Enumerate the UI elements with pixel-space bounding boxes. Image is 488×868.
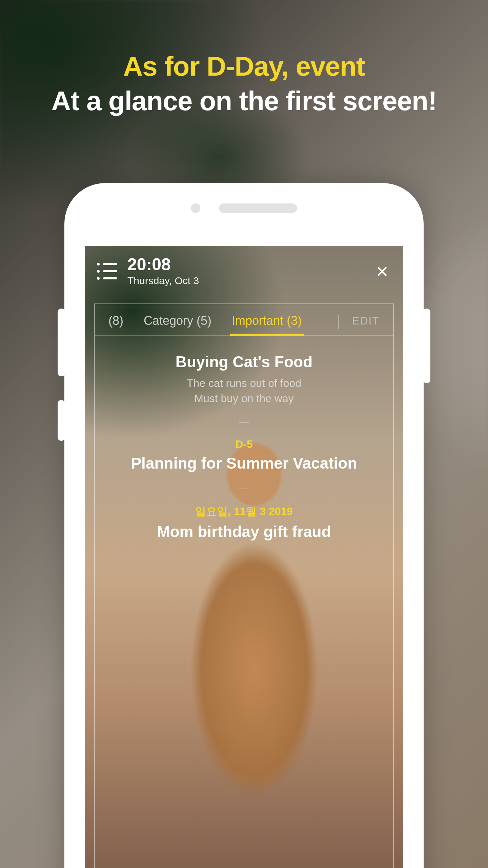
entries-list: Buying Cat's Food The cat runs out of fo… (95, 336, 393, 561)
tab-category[interactable]: Category (5) (144, 314, 211, 335)
app-screen: 20:08 Thursday, Oct 3 × (8) Category (5)… (85, 246, 403, 868)
entry-subtitle: The cat runs out of food Must buy on the… (108, 376, 380, 406)
top-bar: 20:08 Thursday, Oct 3 × (85, 246, 403, 293)
list-menu-icon[interactable] (97, 263, 117, 280)
edit-button[interactable]: EDIT (352, 315, 380, 335)
entry-separator: — (108, 482, 380, 494)
headline-line-1: As for D-Day, event (0, 51, 488, 82)
phone-notch (191, 203, 297, 213)
phone-side-button (423, 309, 430, 383)
clock-block: 20:08 Thursday, Oct 3 (127, 256, 373, 287)
tab-all[interactable]: (8) (108, 314, 123, 335)
tab-bar: (8) Category (5) Important (3) EDIT (95, 308, 393, 336)
entry-separator: — (108, 416, 380, 428)
phone-side-button (58, 400, 65, 441)
phone-frame: 20:08 Thursday, Oct 3 × (8) Category (5)… (64, 183, 424, 868)
tab-important[interactable]: Important (3) (232, 314, 302, 335)
phone-speaker-icon (219, 203, 297, 213)
list-item[interactable]: Buying Cat's Food The cat runs out of fo… (108, 353, 380, 406)
time-label: 20:08 (127, 256, 373, 273)
entry-title: Planning for Summer Vacation (108, 454, 380, 472)
phone-side-button (58, 309, 65, 376)
phone-camera-icon (191, 203, 201, 213)
marketing-headline: As for D-Day, event At a glance on the f… (0, 51, 488, 117)
memo-panel: (8) Category (5) Important (3) EDIT Buyi… (94, 303, 394, 868)
list-item[interactable]: 일요일, 11월 3 2019 Mom birthday gift fraud (108, 504, 380, 541)
entry-title: Mom birthday gift fraud (108, 522, 380, 541)
entry-dday: D-5 (108, 438, 380, 451)
entry-title: Buying Cat's Food (108, 353, 380, 371)
tab-divider (338, 315, 339, 329)
entry-date: 일요일, 11월 3 2019 (108, 504, 380, 519)
headline-line-2: At a glance on the first screen! (0, 85, 488, 117)
close-icon[interactable]: × (373, 261, 391, 282)
date-label: Thursday, Oct 3 (127, 275, 373, 287)
list-item[interactable]: D-5 Planning for Summer Vacation (108, 438, 380, 472)
